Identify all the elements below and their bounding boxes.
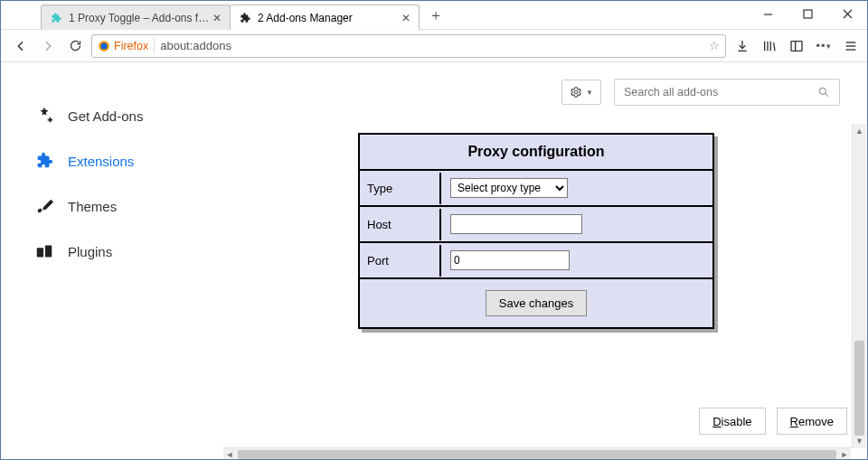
address-text: about:addons xyxy=(160,39,703,52)
panel-title: Proxy configuration xyxy=(360,135,712,171)
proxy-config-panel: Proxy configuration Type Select proxy ty… xyxy=(358,133,714,329)
menu-icon[interactable] xyxy=(840,35,862,57)
sidebar-item-label: Plugins xyxy=(68,244,112,259)
svg-point-13 xyxy=(574,90,578,94)
url-bar[interactable]: Firefox about:addons ☆ xyxy=(91,34,726,58)
scroll-down-arrow[interactable]: ▼ xyxy=(853,434,866,448)
sidebar-item-get-addons[interactable]: Get Add-ons xyxy=(33,99,214,133)
sidebar-item-extensions[interactable]: Extensions xyxy=(33,144,214,178)
host-input[interactable] xyxy=(450,214,582,234)
svg-rect-1 xyxy=(804,10,812,18)
puzzle-icon xyxy=(238,11,252,25)
tab-strip: 1 Proxy Toggle – Add-ons for Firefox ✕ 2… xyxy=(1,1,448,30)
addons-sidebar: Get Add-ons Extensions Themes Plugins xyxy=(1,62,223,460)
sparkle-plus-icon xyxy=(33,105,55,127)
brush-icon xyxy=(33,195,55,217)
svg-rect-12 xyxy=(45,246,52,258)
disable-button[interactable]: Disable xyxy=(699,408,765,435)
svg-line-15 xyxy=(825,93,827,96)
svg-rect-6 xyxy=(791,41,802,51)
horizontal-scrollbar[interactable]: ◄ ► xyxy=(223,447,851,460)
firefox-icon xyxy=(98,40,110,52)
sidebar-icon[interactable] xyxy=(786,35,807,57)
puzzle-icon xyxy=(33,150,55,172)
content-area: Get Add-ons Extensions Themes Plugins ▼ xyxy=(1,62,867,460)
svg-point-5 xyxy=(101,42,108,49)
new-tab-button[interactable]: ＋ xyxy=(424,4,448,27)
scroll-right-arrow[interactable]: ► xyxy=(838,450,851,459)
close-icon[interactable]: ✕ xyxy=(399,12,413,24)
gear-icon xyxy=(570,86,582,99)
port-label: Port xyxy=(360,245,441,277)
addon-actions: Disable Remove xyxy=(699,408,847,435)
port-input[interactable] xyxy=(450,250,570,270)
addons-search[interactable] xyxy=(614,79,840,106)
reload-button[interactable] xyxy=(64,35,86,57)
tab-proxy-toggle[interactable]: 1 Proxy Toggle – Add-ons for Firefox ✕ xyxy=(41,5,231,30)
scroll-thumb[interactable] xyxy=(854,341,864,436)
nav-toolbar: Firefox about:addons ☆ •• ▾ xyxy=(1,30,867,62)
remove-button[interactable]: Remove xyxy=(777,408,847,435)
sidebar-item-label: Themes xyxy=(68,199,117,214)
titlebar: 1 Proxy Toggle – Add-ons for Firefox ✕ 2… xyxy=(1,1,867,30)
search-icon xyxy=(817,86,830,99)
sidebar-item-label: Extensions xyxy=(68,154,134,169)
svg-rect-11 xyxy=(37,248,43,257)
tools-menu-button[interactable]: ▼ xyxy=(561,80,601,105)
library-icon[interactable] xyxy=(759,35,780,57)
host-label: Host xyxy=(360,209,441,240)
minimize-button[interactable] xyxy=(748,1,788,26)
overflow-icon[interactable]: •• ▾ xyxy=(813,35,835,57)
scroll-left-arrow[interactable]: ◄ xyxy=(223,450,236,459)
scroll-up-arrow[interactable]: ▲ xyxy=(853,124,866,138)
vertical-scrollbar[interactable]: ▲ ▼ xyxy=(852,124,866,448)
close-window-button[interactable] xyxy=(827,1,867,26)
sidebar-item-plugins[interactable]: Plugins xyxy=(33,234,214,268)
proxy-type-select[interactable]: Select proxy type xyxy=(450,178,568,198)
svg-point-14 xyxy=(819,88,826,94)
save-changes-button[interactable]: Save changes xyxy=(486,290,587,316)
sidebar-item-label: Get Add-ons xyxy=(68,108,143,124)
close-icon[interactable]: ✕ xyxy=(210,12,224,24)
tab-addons-manager[interactable]: 2 Add-ons Manager ✕ xyxy=(230,5,420,30)
maximize-button[interactable] xyxy=(788,1,827,26)
type-label: Type xyxy=(360,173,441,204)
forward-button[interactable] xyxy=(37,35,59,57)
scroll-thumb[interactable] xyxy=(238,450,836,459)
back-button[interactable] xyxy=(10,35,32,57)
chevron-down-icon: ▼ xyxy=(586,89,593,97)
window-controls xyxy=(748,1,867,26)
downloads-icon[interactable] xyxy=(731,35,753,57)
bookmark-star-icon[interactable]: ☆ xyxy=(709,39,720,52)
tab-label: 2 Add-ons Manager xyxy=(258,12,399,24)
identity-box[interactable]: Firefox xyxy=(98,40,148,52)
sidebar-item-themes[interactable]: Themes xyxy=(33,189,214,223)
tab-label: 1 Proxy Toggle – Add-ons for Firefox xyxy=(69,12,210,24)
plugin-icon xyxy=(33,240,55,262)
puzzle-icon xyxy=(49,11,63,25)
main-pane: ▼ Proxy configuration Type Select proxy … xyxy=(223,62,867,460)
search-input[interactable] xyxy=(624,86,805,99)
